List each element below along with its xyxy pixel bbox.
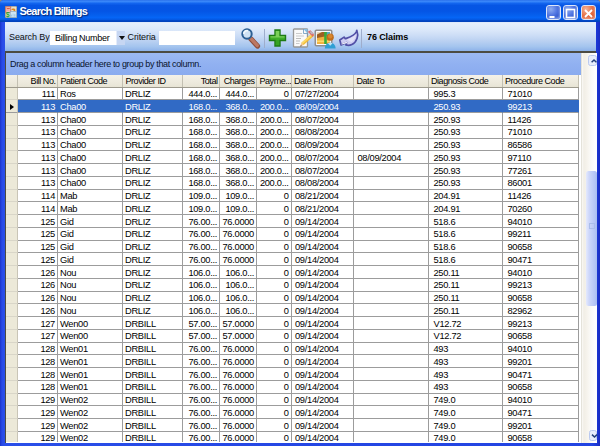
svg-text:$: $ [6, 11, 10, 18]
